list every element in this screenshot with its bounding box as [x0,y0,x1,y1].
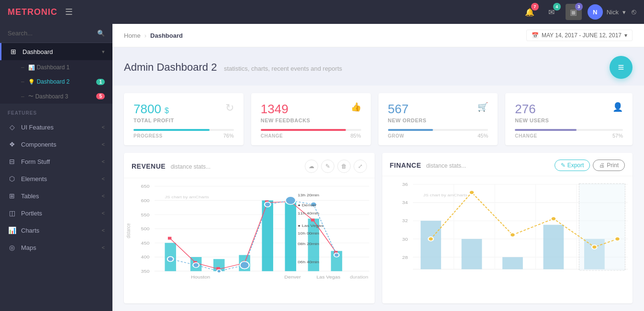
sidebar-item-tables[interactable]: ⊞ Tables < [0,187,112,204]
print-label: Print [607,162,619,169]
date-range-picker[interactable]: 📅 MAY 14, 2017 - JUNE 12, 2017 ▾ [526,30,633,41]
user-menu-button[interactable]: N Nick ▾ [588,4,626,20]
svg-rect-72 [579,183,625,270]
navbar-left: METRONIC ☰ [8,7,73,17]
svg-rect-28 [168,237,171,240]
dashboard-icon: ⊞ [9,48,18,55]
arrow-left-icon: < [102,124,105,130]
sidebar-item-elements[interactable]: ⬡ Elements < [0,170,112,187]
breadcrumb-current: Dashboard [150,32,183,39]
finance-chart-actions: ✎ Export 🖨 Print [555,160,625,171]
edit-button[interactable]: ✎ [321,160,334,173]
sidebar-item-label-portlets: Portlets [21,210,97,217]
sidebar-item-form-stuff[interactable]: ⊟ Form Stuff < [0,153,112,170]
sidebar-item-dashboard1[interactable]: 📊 Dashboard 1 [0,60,112,75]
stat-footer-label-feedbacks: CHANGE [261,133,283,139]
svg-point-76 [551,217,556,221]
alerts-button[interactable]: ▣ 3 [566,4,582,20]
svg-point-36 [167,257,174,261]
stat-footer-pct-users: 57% [612,133,623,139]
sidebar-item-label-tables: Tables [21,193,97,200]
progress-bar-feedbacks-wrap [261,129,361,131]
breadcrumb-home[interactable]: Home [124,32,141,39]
progress-bar-orders-wrap [388,129,489,131]
stat-footer-label-orders: GROW [388,133,404,139]
svg-point-73 [428,237,433,241]
sidebar-item-maps[interactable]: ◎ Maps < [0,239,112,256]
elements-icon: ⬡ [8,175,16,182]
stat-value-feedbacks: 1349 [261,102,289,117]
stat-value-orders: 567 [388,102,409,117]
calendar-icon: 📅 [532,32,539,39]
user-icon: 👤 [612,102,623,112]
svg-point-41 [286,196,296,204]
stat-footer-orders: GROW 45% [388,133,489,139]
svg-text:34: 34 [402,200,408,205]
fab-menu-button[interactable]: ≡ [610,56,633,79]
chevron-down-icon: ▾ [102,49,105,55]
progress-bar-users [515,129,577,131]
breadcrumb-separator: › [144,32,146,39]
notifications-bell-badge: 7 [531,3,539,11]
export-label: Export [567,162,584,169]
svg-text:● Las Vegas: ● Las Vegas [298,224,323,228]
svg-text:06h 40min: 06h 40min [298,260,319,264]
svg-text:550: 550 [141,213,150,217]
logout-button[interactable]: ⎋ [632,8,636,16]
sidebar-subitem-label-dashboard3: Dashboard 3 [35,93,68,100]
svg-text:450: 450 [141,241,150,246]
svg-point-43 [334,253,339,257]
sidebar: 🔍 ⊞ Dashboard ▾ 📊 Dashboard 1 💡 Dashboar… [0,24,112,311]
svg-text:08h 20min: 08h 20min [298,242,319,246]
finance-chart-subtitle: distance stats... [426,162,466,169]
finance-chart-title: FINANCE [390,161,422,169]
upload-cloud-button[interactable]: ☁ [305,160,318,173]
svg-rect-24 [262,201,273,271]
page-title-area: Admin Dashboard 2 statistics, charts, re… [124,61,342,74]
stat-footer-feedbacks: CHANGE 85% [261,133,361,139]
search-input[interactable] [8,30,97,37]
svg-text:36: 36 [402,182,408,187]
svg-point-40 [265,202,271,207]
sidebar-item-ui-features[interactable]: ◇ UI Features < [0,118,112,136]
print-button[interactable]: 🖨 Print [593,160,625,171]
hamburger-button[interactable]: ☰ [65,7,73,17]
finance-chart-card: FINANCE distance stats... ✎ Export 🖨 Pri… [382,153,633,303]
svg-point-39 [240,261,249,268]
stat-footer-profit: PROGRESS 76% [133,133,234,139]
finance-chart-body: 36 34 32 30 28 JS chart by amCharts [382,176,633,303]
sidebar-item-portlets[interactable]: ◫ Portlets < [0,204,112,222]
dashboard3-badge: 5 [96,93,105,99]
delete-button[interactable]: 🗑 [337,160,351,173]
brand-prefix: METRO [8,7,41,17]
arrow-left-icon3: < [102,159,105,164]
svg-text:650: 650 [141,184,150,189]
svg-text:JS chart by amCharts: JS chart by amCharts [423,193,467,197]
stat-label-orders: NEW ORDERS [388,118,489,123]
stat-card-profit: 7800 $ ↻ TOTAL PROFIT PROGRESS 76% [124,93,244,145]
svg-text:distance: distance [125,223,131,238]
sidebar-item-dashboard2[interactable]: 💡 Dashboard 2 1 [0,75,112,89]
svg-point-77 [592,245,597,249]
revenue-chart-subtitle: distance stats... [171,163,211,170]
notifications-bell-button[interactable]: 🔔 7 [522,4,538,20]
username-label: Nick [607,9,619,16]
chart-bar-icon: 📊 [28,64,35,71]
messages-button[interactable]: ✉ 4 [544,4,560,20]
charts-row: REVENUE distance stats... ☁ ✎ 🗑 ⤢ [112,153,644,311]
sidebar-item-dashboard[interactable]: ⊞ Dashboard ▾ [0,43,112,60]
date-range-label: MAY 14, 2017 - JUNE 12, 2017 [542,32,622,39]
pencil-icon: ✎ [561,162,566,169]
expand-button[interactable]: ⤢ [354,160,367,173]
svg-text:13h 20min: 13h 20min [298,193,319,197]
stats-row: 7800 $ ↻ TOTAL PROFIT PROGRESS 76% 1349 … [112,93,644,153]
sidebar-item-label-form: Form Stuff [21,158,97,165]
arrow-left-icon4: < [102,176,105,182]
sidebar-item-components[interactable]: ❖ Components < [0,136,112,153]
sidebar-item-charts[interactable]: 📊 Charts < [0,222,112,239]
export-button[interactable]: ✎ Export [555,160,590,171]
sidebar-item-label-ui: UI Features [21,124,97,131]
svg-text:Houston: Houston [191,275,210,279]
svg-text:JS chart by amCharts: JS chart by amCharts [165,195,209,199]
sidebar-item-dashboard3[interactable]: 〜 Dashboard 3 5 [0,89,112,104]
